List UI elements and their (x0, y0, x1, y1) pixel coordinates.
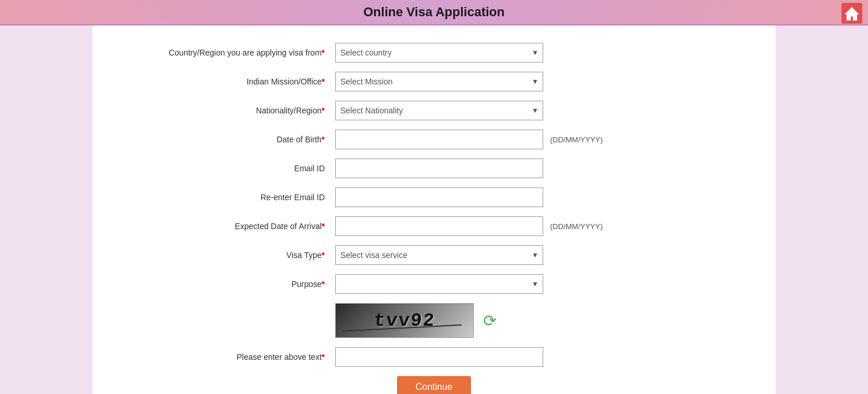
nationality-select[interactable]: Select Nationality (335, 101, 543, 120)
captcha-image: tvv92 (335, 303, 474, 338)
nationality-required: * (322, 106, 325, 115)
arrival-row: Expected Date of Arrival* (DD/MM/YYYY) (116, 216, 752, 236)
visa-type-label: Visa Type* (116, 251, 335, 260)
reenter-email-input[interactable] (335, 187, 543, 207)
captcha-row: tvv92 ⟳ (116, 303, 752, 338)
visa-type-select-wrapper[interactable]: Select visa service ▼ (335, 245, 543, 265)
home-icon[interactable] (841, 3, 862, 24)
dob-input[interactable] (335, 130, 543, 149)
page-header: Online Visa Application (0, 0, 868, 25)
purpose-label: Purpose* (116, 279, 335, 289)
email-label: Email ID (116, 164, 335, 173)
reenter-email-label: Re-enter Email ID (116, 193, 335, 202)
mission-select[interactable]: Select Mission (335, 72, 543, 91)
continue-row: Continue (116, 376, 752, 394)
dob-required: * (322, 135, 325, 144)
country-label: Country/Region you are applying visa fro… (116, 48, 335, 57)
nationality-label: Nationality/Region* (116, 106, 335, 115)
captcha-input-label: Please enter above text* (116, 352, 335, 362)
arrival-hint: (DD/MM/YYYY) (550, 222, 603, 231)
purpose-select[interactable] (335, 274, 543, 294)
email-row: Email ID (116, 159, 752, 178)
country-select-wrapper[interactable]: Select country ▼ (335, 43, 543, 62)
page-title: Online Visa Application (0, 5, 868, 20)
arrival-input[interactable] (335, 216, 543, 236)
visa-type-required: * (322, 251, 325, 260)
nationality-select-wrapper[interactable]: Select Nationality ▼ (335, 101, 543, 120)
visa-type-row: Visa Type* Select visa service ▼ (116, 245, 752, 265)
captcha-input-row: Please enter above text* (116, 347, 752, 367)
refresh-captcha-icon[interactable]: ⟳ (483, 311, 496, 330)
country-required: * (322, 48, 325, 57)
continue-button[interactable]: Continue (397, 376, 471, 394)
country-select[interactable]: Select country (335, 43, 543, 62)
captcha-input[interactable] (335, 347, 543, 367)
mission-select-wrapper[interactable]: Select Mission ▼ (335, 72, 543, 91)
arrival-label: Expected Date of Arrival* (116, 222, 335, 231)
country-row: Country/Region you are applying visa fro… (116, 43, 752, 62)
main-content: Country/Region you are applying visa fro… (92, 25, 776, 394)
dob-row: Date of Birth* (DD/MM/YYYY) (116, 130, 752, 149)
email-input[interactable] (335, 159, 543, 178)
mission-required: * (322, 77, 325, 86)
visa-type-select[interactable]: Select visa service (335, 245, 543, 265)
reenter-email-row: Re-enter Email ID (116, 187, 752, 207)
mission-row: Indian Mission/Office* Select Mission ▼ (116, 72, 752, 91)
nationality-row: Nationality/Region* Select Nationality ▼ (116, 101, 752, 120)
arrival-required: * (322, 222, 325, 231)
home-icon-container[interactable] (841, 3, 862, 26)
dob-label: Date of Birth* (116, 135, 335, 144)
purpose-row: Purpose* ▼ (116, 274, 752, 294)
mission-label: Indian Mission/Office* (116, 77, 335, 86)
dob-hint: (DD/MM/YYYY) (550, 135, 603, 144)
purpose-select-wrapper[interactable]: ▼ (335, 274, 543, 294)
purpose-required: * (322, 279, 325, 289)
captcha-input-required: * (322, 352, 325, 362)
